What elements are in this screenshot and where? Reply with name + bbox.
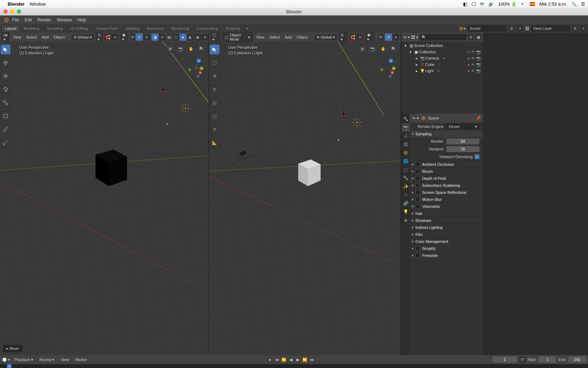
vp-menu-select[interactable]: Select bbox=[267, 34, 282, 40]
new-viewlayer-button[interactable]: ⎘ bbox=[572, 25, 578, 32]
tool-select-box[interactable] bbox=[210, 45, 219, 54]
tool-cursor[interactable] bbox=[1, 58, 10, 68]
panel-simplify[interactable]: ▸Simplify bbox=[410, 245, 483, 252]
add-workspace-button[interactable]: + bbox=[244, 25, 250, 32]
timeline-editor-type[interactable]: 🕐 ▾ bbox=[2, 357, 10, 362]
mode-dropdown[interactable]: ▢ Object Mode ▾ bbox=[222, 32, 253, 42]
ptab-render[interactable]: 📷 bbox=[401, 123, 410, 132]
tab-shading[interactable]: Shading bbox=[122, 25, 143, 32]
tab-animation[interactable]: Animation bbox=[144, 25, 168, 32]
select-icon[interactable]: ▸ bbox=[468, 62, 470, 67]
tab-modeling[interactable]: Modeling bbox=[20, 25, 43, 32]
panel-indirect-lighting[interactable]: ▸Indirect Lighting bbox=[410, 224, 483, 231]
cube-object-left[interactable] bbox=[92, 147, 124, 182]
xray-toggle[interactable]: ▦ bbox=[167, 34, 171, 41]
gizmo-toggle[interactable]: ↗ bbox=[385, 34, 392, 41]
tree-scene-collection[interactable]: ▾▥Scene Collection bbox=[402, 42, 482, 49]
orientation-dropdown[interactable]: ✛ Global ▾ bbox=[314, 34, 337, 40]
ptab-viewlayer[interactable]: 🖼 bbox=[401, 140, 410, 149]
shading-wireframe[interactable]: ⬡ bbox=[172, 34, 179, 41]
nav-camera-icon[interactable]: 📷 bbox=[369, 45, 377, 53]
tree-item-cube[interactable]: ▸▽Cube▽ ▸👁📷 bbox=[402, 61, 482, 68]
tool-move[interactable]: ✢ bbox=[210, 71, 219, 81]
ptab-output[interactable]: 🖨 bbox=[401, 132, 410, 140]
panel-shadows[interactable]: ▸Shadows bbox=[410, 217, 483, 224]
select-icon[interactable]: ▸ bbox=[468, 56, 470, 61]
orientation-dropdown[interactable]: ✛ Global ▾ bbox=[71, 34, 94, 40]
tab-rendering[interactable]: Rendering bbox=[168, 25, 192, 32]
disable-icon[interactable]: 📷 bbox=[476, 56, 481, 61]
panel-motion-blur[interactable]: ▸Motion Blur bbox=[410, 196, 483, 203]
ptab-world[interactable]: 🌐 bbox=[401, 157, 410, 165]
hide-icon[interactable]: 👁 bbox=[471, 62, 475, 67]
operator-hint[interactable]: ▸ Move bbox=[3, 345, 22, 352]
shading-solid[interactable]: ● bbox=[180, 34, 187, 41]
tab-texture-paint[interactable]: Texture Paint bbox=[92, 25, 121, 32]
tab-uv-editing[interactable]: UV Editing bbox=[66, 25, 92, 32]
tree-collection[interactable]: ▾▣Collection ☑👁📷 bbox=[402, 49, 482, 55]
shading-rendered[interactable]: ◉ bbox=[194, 34, 201, 41]
playhead[interactable]: 1 bbox=[9, 364, 10, 368]
ptab-data[interactable]: 💡 bbox=[401, 207, 410, 216]
object-types-visibility[interactable]: 👁 bbox=[378, 34, 384, 41]
outliner-display-mode[interactable]: 🖼 ▾ bbox=[411, 35, 418, 40]
snap-toggle[interactable]: 🧲 bbox=[104, 34, 111, 41]
vp-menu-object[interactable]: Object bbox=[52, 34, 66, 40]
panel-bloom[interactable]: ▸Bloom bbox=[410, 168, 483, 175]
panel-subsurface-scattering[interactable]: ▸Subsurface Scattering bbox=[410, 182, 483, 189]
ptab-scene[interactable]: 🔆 bbox=[401, 149, 410, 157]
play-reverse-button[interactable]: ◀ bbox=[288, 356, 294, 363]
app-name[interactable]: Blender bbox=[8, 1, 24, 7]
viewport-samples-field[interactable]: 16 bbox=[446, 146, 479, 152]
timeline-playback-menu[interactable]: Playback ▾ bbox=[12, 357, 35, 363]
ptab-constraints[interactable]: 🔗 bbox=[401, 199, 410, 207]
tool-annotate[interactable] bbox=[1, 124, 10, 134]
panel-ambient-occlusion[interactable]: ▸Ambient Occlusion bbox=[410, 161, 483, 168]
keyframe-prev-button[interactable]: ⏪ bbox=[281, 356, 287, 363]
select-icon[interactable]: ▸ bbox=[468, 69, 470, 73]
props-editor-type[interactable]: ≔ ▾ bbox=[412, 116, 419, 121]
jump-start-button[interactable]: ⏮ bbox=[274, 356, 280, 363]
ptab-object[interactable]: ▢ bbox=[401, 165, 410, 174]
panel-film[interactable]: ▸Film bbox=[410, 231, 483, 238]
keyframe-next-button[interactable]: ⏩ bbox=[302, 356, 308, 363]
play-button[interactable]: ▶ bbox=[295, 356, 301, 363]
tree-item-camera[interactable]: ▸📷Camera▾ ▸👁📷 bbox=[402, 55, 482, 61]
orientation-gizmo[interactable]: ZYX bbox=[373, 56, 396, 78]
panel-checkbox[interactable] bbox=[415, 162, 420, 166]
timeline-ruler[interactable]: 1 02040608010012014016018020022024010305… bbox=[0, 364, 588, 368]
hide-icon[interactable]: 👁 bbox=[471, 50, 475, 54]
shading-options[interactable]: ▾ bbox=[202, 34, 209, 41]
tool-scale[interactable] bbox=[1, 98, 10, 108]
panel-checkbox[interactable] bbox=[415, 169, 420, 173]
tool-measure[interactable] bbox=[1, 138, 10, 148]
tool-rotate[interactable]: ↻ bbox=[210, 84, 219, 94]
jump-end-button[interactable]: ⏭ bbox=[309, 356, 315, 363]
hide-icon[interactable]: 👁 bbox=[471, 56, 475, 61]
outliner-filter[interactable]: ⫛ bbox=[468, 34, 474, 40]
proportional-edit-dropdown[interactable]: ◉ ▾ bbox=[120, 32, 128, 42]
end-frame-field[interactable]: 250 bbox=[568, 356, 586, 363]
tab-compositing[interactable]: Compositing bbox=[193, 25, 221, 32]
nav-zoom-icon[interactable]: ⊞ bbox=[166, 45, 174, 53]
panel-volumetric[interactable]: ▸Volumetric bbox=[410, 203, 483, 210]
gizmo-options[interactable]: ▾ bbox=[143, 34, 150, 41]
timeline-keying-menu[interactable]: Keying ▾ bbox=[37, 357, 57, 363]
nav-pan-icon[interactable]: ✋ bbox=[379, 45, 387, 53]
delete-viewlayer-button[interactable]: × bbox=[580, 25, 587, 32]
tool-select-box[interactable] bbox=[1, 45, 10, 54]
ptab-material[interactable]: ◉ bbox=[401, 216, 410, 224]
tab-sculpting[interactable]: Sculpting bbox=[43, 25, 66, 32]
viewport-body-left[interactable]: User Perspective (1) Collection | Light … bbox=[0, 42, 209, 355]
editor-type-dropdown[interactable]: de ▾ bbox=[1, 32, 10, 42]
tool-measure[interactable]: 📐 bbox=[210, 138, 219, 148]
panel-screen-space-reflections[interactable]: ▸Screen Space Reflections bbox=[410, 189, 483, 196]
nav-zoom2-icon[interactable]: 🔍 bbox=[390, 45, 398, 53]
pivot-dropdown[interactable]: ⊙ ▾ bbox=[338, 32, 348, 42]
vp-menu-add[interactable]: Add bbox=[283, 34, 294, 40]
panel-sampling[interactable]: ▾Sampling bbox=[410, 130, 483, 137]
start-frame-field[interactable]: 1 bbox=[539, 356, 556, 363]
viewport-body-right[interactable]: User Perspective (1) Collection | Light … bbox=[209, 42, 401, 355]
ptab-tool[interactable]: 🔧 bbox=[401, 115, 410, 123]
render-engine-dropdown[interactable]: Eevee▾ bbox=[446, 123, 479, 130]
